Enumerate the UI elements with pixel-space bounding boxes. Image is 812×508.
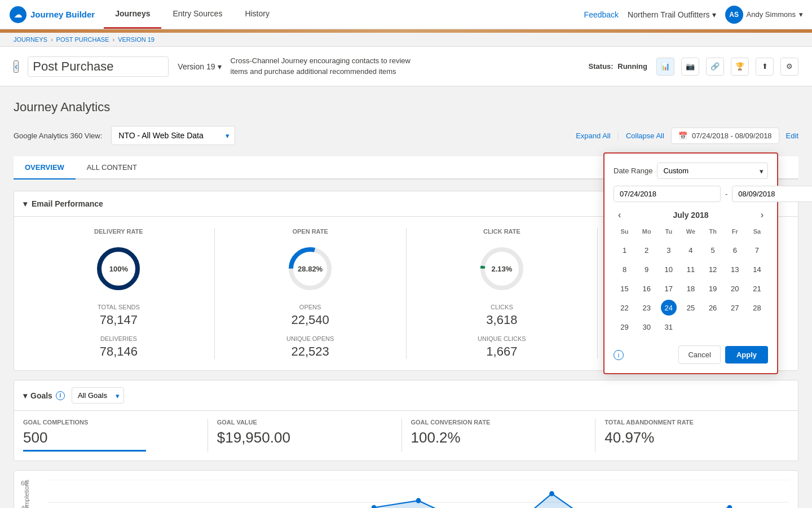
cal-day-17[interactable]: 17 [661, 281, 677, 296]
metric-sub-value-1: 22,540 [291, 313, 329, 327]
expand-all-link[interactable]: Expand All [576, 132, 610, 140]
nav-tab-history[interactable]: History [233, 0, 281, 29]
analytics-icon[interactable]: 📊 [656, 58, 674, 76]
metric-sub-label-2: DELIVERIES [100, 335, 137, 342]
header-action-icons: 📊 📷 🔗 🏆 ⬆ ⚙ [656, 58, 798, 76]
cal-day-12[interactable]: 12 [705, 261, 721, 277]
cal-day-6[interactable]: 6 [727, 242, 743, 258]
cal-day-27[interactable]: 27 [727, 300, 743, 316]
cal-day-2[interactable]: 2 [639, 242, 655, 258]
metric-label: DELIVERY RATE [94, 228, 143, 235]
user-menu[interactable]: AS Andy Simmons ▾ [725, 6, 803, 24]
cal-day-19[interactable]: 19 [705, 281, 721, 296]
goals-header: ▾ Goals i All Goals ▾ [14, 380, 798, 410]
cal-day-28[interactable]: 28 [749, 300, 765, 316]
goal-metric-value: 500 [23, 429, 198, 446]
journey-title-input[interactable] [28, 56, 169, 77]
cal-day-7[interactable]: 7 [749, 242, 765, 258]
goal-metric-value: 40.97% [604, 429, 780, 446]
feedback-link[interactable]: Feedback [584, 10, 619, 19]
goal-metric-label: GOAL CONVERSION RATE [411, 419, 586, 426]
cal-day-8[interactable]: 8 [617, 261, 633, 277]
nav-tab-journeys[interactable]: Journeys [104, 0, 161, 29]
collapse-all-link[interactable]: Collapse All [626, 132, 664, 140]
cal-day-3[interactable]: 3 [661, 242, 677, 258]
metric-label: CLICK RATE [483, 228, 520, 235]
org-switcher[interactable]: Northern Trail Outfitters ▾ [628, 10, 716, 19]
date-range-display[interactable]: 📅 07/24/2018 - 08/09/2018 [671, 128, 779, 144]
nav-right: Feedback Northern Trail Outfitters ▾ AS … [584, 6, 803, 24]
metric-sub-label-1: TOTAL SENDS [98, 304, 140, 310]
chart-point-7 [416, 498, 421, 503]
cal-day-21[interactable]: 21 [749, 281, 765, 296]
back-button[interactable]: ‹ [14, 60, 19, 73]
chevron-down-icon: ▾ [218, 62, 222, 71]
controls-row: Google Analytics 360 View: NTO - All Web… [14, 126, 798, 145]
cal-day-11[interactable]: 11 [683, 261, 699, 277]
goal-metric-label: GOAL COMPLETIONS [23, 419, 198, 426]
collapse-arrow-icon: ▾ [23, 391, 27, 400]
donut-value: 100% [109, 265, 128, 273]
calendar-grid: SuMoTuWeThFrSa12345678910111213141516171… [614, 226, 768, 336]
settings-icon[interactable]: ⚙ [780, 58, 798, 76]
cal-day-30[interactable]: 30 [639, 319, 655, 335]
cal-day-22[interactable]: 22 [617, 300, 633, 316]
cal-day-13[interactable]: 13 [727, 261, 743, 277]
breadcrumb-post-purchase[interactable]: POST PURCHASE [56, 36, 109, 43]
metric-sub-label-2: UNIQUE CLICKS [478, 335, 526, 342]
goals-section: ▾ Goals i All Goals ▾ GOAL COMPLETIONS 5… [14, 380, 798, 461]
cal-day-20[interactable]: 20 [727, 281, 743, 296]
metric-sub-value-2: 1,667 [486, 344, 517, 359]
goals-filter-select[interactable]: All Goals [72, 387, 124, 404]
cal-day-14[interactable]: 14 [749, 261, 765, 277]
cal-day-1[interactable]: 1 [617, 242, 633, 258]
version-selector[interactable]: Version 19 ▾ [178, 62, 221, 71]
cal-day-24[interactable]: 24 [661, 300, 677, 316]
export-icon[interactable]: ⬆ [756, 58, 774, 76]
metric-sub-value-2: 22,523 [291, 344, 329, 359]
donut-chart: 28.82% [288, 246, 333, 291]
tab-all-content[interactable]: ALL CONTENT [76, 156, 148, 179]
cal-day-31[interactable]: 31 [661, 319, 677, 335]
cal-day-16[interactable]: 16 [639, 281, 655, 296]
app-logo[interactable]: ☁ Journey Builder [9, 6, 95, 24]
dp-info-icon[interactable]: i [614, 350, 624, 360]
journey-description: Cross-Channel Journey encouraging contac… [231, 56, 428, 76]
cal-day-29[interactable]: 29 [617, 319, 633, 335]
metric-label: OPEN RATE [292, 228, 328, 235]
cal-day-15[interactable]: 15 [617, 281, 633, 296]
apply-button[interactable]: Apply [725, 346, 768, 364]
cal-day-5[interactable]: 5 [705, 242, 721, 258]
calendar: ‹ July 2018 › SuMoTuWeThFrSa123456789101… [614, 209, 768, 336]
dp-end-date-input[interactable] [732, 186, 812, 202]
share-icon[interactable]: 🔗 [706, 58, 724, 76]
breadcrumb-version[interactable]: VERSION 19 [118, 36, 155, 43]
goals-chart [48, 480, 789, 508]
ga-view-select[interactable]: NTO - All Web Site Data [111, 126, 235, 145]
cal-day-10[interactable]: 10 [661, 261, 677, 277]
cal-day-18[interactable]: 18 [683, 281, 699, 296]
cal-day-23[interactable]: 23 [639, 300, 655, 316]
tab-overview[interactable]: OVERVIEW [14, 156, 76, 179]
donut-value: 28.82% [298, 265, 323, 273]
metric-sub-label-1: OPENS [299, 304, 321, 310]
cal-day-25[interactable]: 25 [683, 300, 699, 316]
trophy-icon[interactable]: 🏆 [731, 58, 749, 76]
info-icon[interactable]: i [56, 391, 65, 400]
nav-tab-entry-sources[interactable]: Entry Sources [161, 0, 233, 29]
metric-sub-label-2: UNIQUE OPENS [286, 335, 334, 342]
edit-date-button[interactable]: Edit [786, 132, 798, 140]
metric-sub-value-2: 78,146 [100, 344, 138, 359]
breadcrumb-journeys[interactable]: JOURNEYS [14, 36, 47, 43]
journey-header: ‹ Version 19 ▾ Cross-Channel Journey enc… [0, 47, 812, 86]
cal-next-button[interactable]: › [756, 209, 768, 221]
cal-day-9[interactable]: 9 [639, 261, 655, 277]
camera-icon[interactable]: 📷 [681, 58, 699, 76]
goals-title-toggle[interactable]: ▾ Goals i [23, 391, 65, 400]
cal-day-26[interactable]: 26 [705, 300, 721, 316]
cancel-button[interactable]: Cancel [678, 345, 720, 364]
dp-start-date-input[interactable] [614, 186, 721, 202]
cal-prev-button[interactable]: ‹ [614, 209, 625, 221]
cal-day-4[interactable]: 4 [683, 242, 699, 258]
dp-range-select[interactable]: Custom [657, 163, 768, 179]
